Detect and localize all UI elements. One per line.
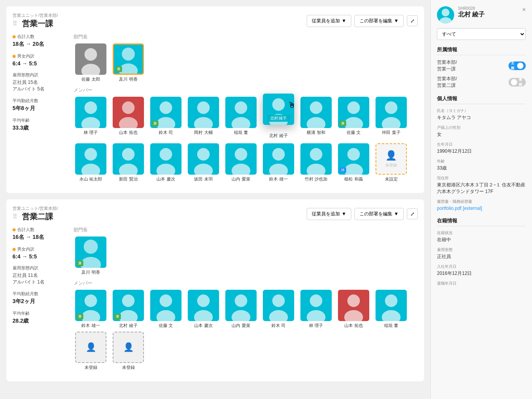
member-card-p5[interactable]: 稲垣 董	[224, 97, 258, 139]
expand-button-2[interactable]: ⤢	[407, 208, 418, 219]
member-card-p3[interactable]: 兼 鈴木 司	[149, 97, 183, 139]
member-card-p14[interactable]: 山内 愛菜	[224, 143, 258, 182]
svg-point-55	[344, 310, 363, 321]
svg-point-47	[194, 310, 213, 321]
svg-point-38	[84, 240, 98, 254]
manager-grid-1: 佐藤 太郎 兼 及川 明香	[74, 43, 418, 82]
svg-point-58	[442, 9, 449, 16]
member-card-p12[interactable]: 山本 慶次	[149, 143, 183, 182]
member-card-q8[interactable]: 林 理子	[299, 290, 333, 329]
panel-personal-title: 個人情報	[437, 95, 526, 104]
member-card-q10[interactable]: 稲垣 董	[374, 290, 408, 329]
badge-q1: 兼	[77, 260, 83, 266]
drag-handle-icon-2[interactable]: ⠿	[13, 213, 17, 220]
info-row-leave-date: 退職年月日	[437, 281, 526, 286]
member-card-q2[interactable]: 兼 鈴木 雄一	[74, 290, 108, 329]
panel-affiliation-title: 所属情報	[437, 46, 526, 55]
svg-point-30	[235, 148, 247, 161]
member-photo-q9	[338, 290, 369, 321]
panel-close-button[interactable]: ×	[522, 6, 526, 13]
member-card-q4[interactable]: 佐藤 文	[149, 290, 183, 329]
psv11	[113, 143, 144, 175]
dept-stats-1: 合計人数 18名 → 20名 男女内訳 6:4 → 5:5 雇用形態内訳 正社員…	[13, 34, 67, 187]
member-photo-p9	[376, 97, 407, 128]
member-photo-q6	[225, 290, 257, 321]
member-card-p8[interactable]: 兼 佐藤 文	[336, 97, 371, 139]
member-card-p15[interactable]: 鈴木 雄一	[261, 143, 296, 182]
unregistered-icon: 👤	[385, 150, 397, 161]
member-card-q3[interactable]: 兼 北村 綾子	[111, 290, 146, 329]
member-card-manager-2[interactable]: 兼 及川 明香	[111, 43, 146, 82]
member-photo-p13	[188, 143, 219, 175]
member-card-q11[interactable]: 👤 未登録	[74, 332, 108, 370]
member-card-p13[interactable]: 坂田 未羽	[186, 143, 221, 182]
psv7	[300, 97, 332, 128]
edit-dept-button-1[interactable]: この部署を編集 ▼	[354, 15, 404, 27]
expand-button-1[interactable]: ⤢	[407, 15, 418, 26]
member-card-q1[interactable]: 兼 及川 明香	[74, 237, 108, 275]
member-photo-p15	[263, 143, 294, 175]
member-grid-1b: 永山 祐太郎 新田 賢治 山本 慶次	[74, 143, 418, 182]
info-row-join-date: 入社年月日 2016年12月12日	[437, 264, 526, 277]
toggle-knob-main	[517, 63, 523, 69]
add-employee-button-2[interactable]: 従業員を追加 ▼	[307, 208, 351, 220]
member-photo-p11	[113, 143, 144, 175]
toggle-switch-main[interactable]: 主務	[509, 61, 526, 70]
edit-dept-button-2[interactable]: この部署を編集 ▼	[354, 208, 404, 220]
member-photo-p1	[75, 97, 106, 128]
member-photo-q3: 兼	[113, 290, 144, 321]
qsv4	[150, 290, 182, 321]
member-card-p4[interactable]: 岡村 大輔	[186, 97, 221, 139]
panel-filter-select[interactable]: すべて 主務 兼務	[437, 28, 526, 40]
member-card-p7[interactable]: 横溝 智和	[299, 97, 333, 139]
member-photo-p3: 兼	[150, 97, 182, 128]
department-card-1: 営業ユニット/営業本部/ ⠿ 営業一課 従業員を追加 ▼ この部署を編集 ▼ ⤢	[6, 6, 424, 193]
member-card-unregistered-1[interactable]: 👤 未登録 未設定	[374, 143, 408, 182]
toggle-main[interactable]: 主務	[509, 61, 526, 70]
svg-point-5	[81, 117, 100, 128]
dept-stats-2: 合計人数 16名 → 18名 男女内訳 6:4 → 5:5 雇用形態内訳 正社員…	[13, 227, 67, 375]
svg-point-9	[156, 117, 175, 128]
member-card-p10[interactable]: 永山 祐太郎	[74, 143, 108, 182]
svg-point-49	[232, 310, 250, 321]
resume-link[interactable]: portfolio.pdf [external]	[437, 206, 482, 211]
svg-point-19	[344, 117, 363, 128]
member-photo-q1: 兼	[75, 237, 106, 268]
svg-point-41	[81, 310, 100, 321]
member-card-q5[interactable]: 山本 慶次	[186, 290, 221, 329]
svg-point-32	[272, 148, 285, 161]
toggle-switch-sub[interactable]: 兼務	[509, 78, 526, 87]
drag-handle-icon[interactable]: ⠿	[13, 20, 17, 27]
toggle-label-main: 主務	[511, 61, 516, 71]
svg-point-11	[194, 117, 213, 128]
info-row-employment-type: 雇用形態 正社員	[437, 247, 526, 260]
member-card-p6-hovering[interactable]: 北村 綾子 北村 綾子 🖱	[261, 97, 296, 139]
add-employee-button-1[interactable]: 従業員を追加 ▼	[307, 15, 351, 27]
svg-point-40	[84, 294, 97, 307]
member-photo-p5	[225, 97, 257, 128]
svg-point-54	[347, 294, 360, 307]
member-card-manager-1[interactable]: 佐藤 太郎	[74, 43, 108, 82]
member-card-q12[interactable]: 👤 未登録	[111, 332, 146, 370]
svg-point-45	[156, 310, 175, 321]
svg-point-56	[385, 294, 397, 307]
svg-point-6	[122, 101, 135, 114]
psv13	[188, 143, 219, 175]
badge-p8: 兼	[340, 121, 346, 126]
member-card-p16[interactable]: 竹村 沙也加	[299, 143, 333, 182]
info-row-address: 現住所 東京都港区六本木３丁目２−１ 住友不動産六本木グランドタワー 17F	[437, 175, 526, 195]
member-photo-p10	[75, 143, 106, 175]
member-card-q6[interactable]: 山内 愛菜	[224, 290, 258, 329]
member-card-p2[interactable]: 山本 拓也	[111, 97, 146, 139]
member-card-p11[interactable]: 新田 賢治	[111, 143, 146, 182]
toggle-sub[interactable]: 兼務	[509, 78, 526, 87]
member-card-q9[interactable]: 山本 拓也	[336, 290, 371, 329]
psv15	[263, 143, 294, 175]
member-card-p1[interactable]: 林 理子	[74, 97, 108, 139]
member-card-q7[interactable]: 鈴木 司	[261, 290, 296, 329]
member-photo-p4	[188, 97, 219, 128]
dropdown-icon-3: ▼	[341, 211, 346, 217]
member-card-p17[interactable]: 休 植松 和義	[336, 143, 371, 182]
psv4	[188, 97, 219, 128]
member-card-p9[interactable]: 仲田 葉子	[374, 97, 408, 139]
